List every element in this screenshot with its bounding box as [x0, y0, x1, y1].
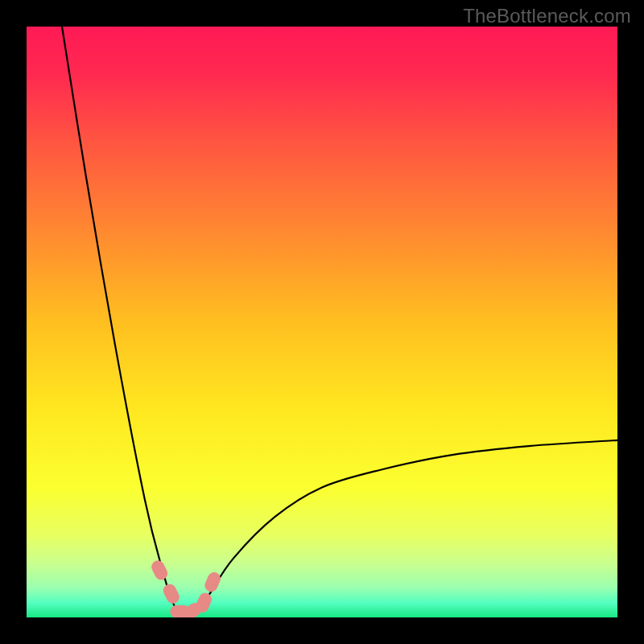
curve-marker [204, 571, 222, 593]
curve-marker [150, 559, 169, 581]
watermark-text: TheBottleneck.com [463, 5, 631, 27]
chart-frame: TheBottleneck.com [0, 0, 644, 644]
curve-marker [162, 583, 181, 605]
plot-area [27, 27, 617, 617]
bottleneck-curve [27, 27, 617, 617]
